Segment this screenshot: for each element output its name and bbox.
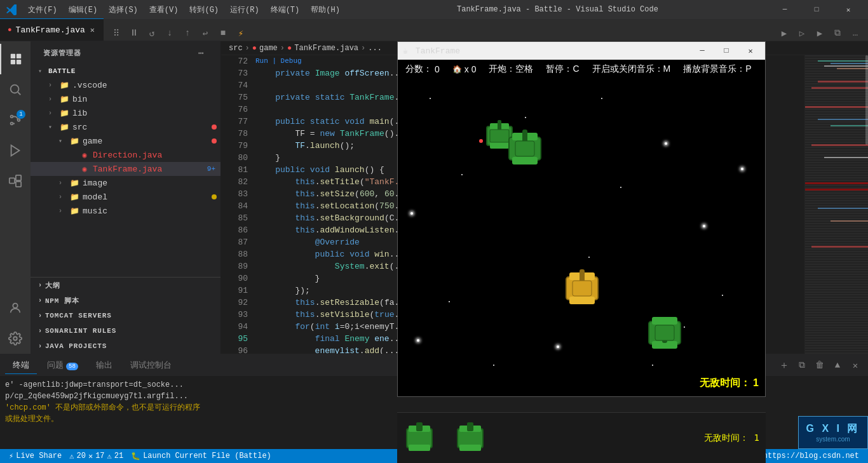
menu-edit[interactable]: 编辑(E)	[64, 3, 103, 17]
stop-button[interactable]: ■	[215, 25, 231, 41]
sidebar-section-npm[interactable]: › NPM 脚本	[31, 293, 220, 308]
sidebar-section-java[interactable]: › JAVA PROJECTS	[31, 339, 220, 354]
sidebar-item-music[interactable]: › 📁 music	[31, 204, 220, 218]
game-restore-button[interactable]: □	[717, 44, 736, 57]
split-terminal-button[interactable]: ⧉	[794, 358, 810, 373]
game-timer: 无敌时间： 1	[700, 377, 759, 390]
game-close-button[interactable]: ✕	[741, 44, 760, 57]
tab-tankframe[interactable]: ● TankFrame.java ✕	[0, 18, 104, 41]
bc-game: game	[259, 44, 278, 53]
minimize-button[interactable]: ─	[770, 0, 799, 19]
menu-terminal[interactable]: 终端(T)	[266, 3, 305, 17]
csdn-link[interactable]: https://blog.csdn.net	[759, 449, 863, 463]
shoot-hint: 开炮：空格	[489, 64, 533, 75]
project-root[interactable]: ▾ BATTLE	[31, 64, 220, 78]
shoot-label: 开炮：空格	[489, 64, 533, 75]
clear-terminal-button[interactable]: 🗑	[812, 358, 827, 373]
lives-count: x 0	[465, 64, 477, 74]
game-minimize-button[interactable]: ─	[693, 44, 712, 57]
folder-arrow-image: ›	[58, 180, 69, 187]
run-custom-button[interactable]: ▶	[812, 25, 827, 41]
search-icon[interactable]	[0, 74, 31, 105]
svg-rect-31	[652, 317, 677, 325]
timer-value: 1	[753, 377, 759, 388]
extensions-icon[interactable]	[0, 166, 31, 196]
run-debug-file-button[interactable]: ▷	[794, 25, 810, 41]
accounts-icon[interactable]	[0, 293, 31, 323]
svg-point-13	[13, 304, 17, 308]
svg-rect-24	[515, 141, 534, 156]
svg-rect-22	[512, 157, 538, 164]
bc-sep1: ›	[245, 44, 250, 53]
activity-bar: 1	[0, 41, 31, 354]
svg-point-6	[11, 116, 13, 118]
folder-name-model: model	[83, 192, 212, 202]
output-tab[interactable]: 输出	[88, 357, 120, 374]
sidebar-section-outline[interactable]: › 大纲	[31, 278, 220, 293]
step-over-button[interactable]: ↓	[162, 25, 177, 41]
bg-music-label: 播放背景音乐：P	[683, 64, 751, 75]
sidebar-title: 资源管理器	[43, 48, 81, 58]
live-share-status[interactable]: ⚡ Live Share	[5, 449, 65, 463]
menu-goto[interactable]: 转到(G)	[184, 3, 224, 17]
game-window-title: TankFrame	[416, 46, 460, 56]
explorer-icon[interactable]	[0, 44, 31, 74]
svg-rect-2	[11, 60, 15, 64]
game-titlebar: ☕ TankFrame ─ □ ✕	[398, 42, 765, 60]
svg-point-14	[13, 337, 17, 340]
file-tree: ▾ BATTLE › 📁 .vscode › 📁 bin › 📁 lib	[31, 64, 220, 277]
sidebar-item-lib[interactable]: › 📁 lib	[31, 106, 220, 120]
bc-sep3: ›	[361, 44, 365, 53]
step-out-button[interactable]: ↩	[198, 25, 213, 41]
folder-icon-music: 📁	[69, 205, 80, 217]
restart-button[interactable]: ↺	[144, 25, 159, 41]
sidebar-section-tomcat[interactable]: › TOMCAT SERVERS	[31, 308, 220, 323]
tab-filename: TankFrame.java	[16, 25, 85, 35]
run-debug-icon[interactable]	[0, 135, 31, 166]
terminal-tab[interactable]: 终端	[5, 357, 37, 374]
bc-src: src	[229, 44, 243, 53]
tab-close-button[interactable]: ✕	[89, 24, 96, 36]
terminal-close-button[interactable]: ✕	[848, 358, 863, 373]
sidebar-item-model[interactable]: › 📁 model	[31, 190, 220, 204]
sidebar-item-game[interactable]: ▾ 📁 game	[31, 134, 220, 148]
folder-icon-vscode: 📁	[58, 79, 70, 91]
settings-icon[interactable]	[0, 323, 31, 354]
warnings-status[interactable]: ⚠ 20 ✕ 17 ⚠ 21	[65, 449, 127, 463]
more-actions-button[interactable]: …	[848, 25, 863, 41]
sidebar-item-direction[interactable]: › ◉ Direction.java	[31, 148, 220, 162]
debug-console-tab[interactable]: 调试控制台	[123, 357, 179, 374]
split-view-button[interactable]: ⧉	[830, 25, 845, 41]
sidebar-section-sonarlint[interactable]: › SONARLINT RULES	[31, 323, 220, 339]
sidebar-item-tankframe[interactable]: › ◉ TankFrame.java 9+	[31, 162, 220, 176]
close-button[interactable]: ✕	[834, 0, 863, 19]
split-editor-button[interactable]: ⠿	[109, 25, 124, 41]
terminal-maximize-button[interactable]: ▲	[830, 358, 845, 373]
filename-tankframe: TankFrame.java	[93, 164, 207, 174]
maximize-button[interactable]: □	[802, 0, 831, 19]
editor-actions: ⠿ ⏸ ↺ ↓ ↑ ↩ ■ ⚡	[104, 25, 254, 41]
run-file-button[interactable]: ▶	[776, 25, 792, 41]
menu-view[interactable]: 查看(V)	[144, 3, 184, 17]
sidebar-item-bin[interactable]: › 📁 bin	[31, 92, 220, 106]
folder-icon-bin: 📁	[58, 93, 70, 105]
launch-status[interactable]: 🐛 Launch Current File (Battle)	[127, 449, 275, 463]
run-debug-link[interactable]: Run | Debug	[255, 55, 302, 67]
new-file-icon[interactable]: ⋯	[195, 46, 208, 59]
svg-rect-27	[569, 297, 595, 304]
menu-run[interactable]: 运行(R)	[225, 3, 264, 17]
tab-bar: ● TankFrame.java ✕ ⠿ ⏸ ↺ ↓ ↑ ↩ ■ ⚡ ▶ ▷ ▶…	[0, 19, 868, 41]
source-control-icon[interactable]: 1	[0, 105, 31, 135]
menu-file[interactable]: 文件(F)	[23, 3, 62, 17]
menu-select[interactable]: 选择(S)	[104, 3, 143, 17]
debug-button[interactable]: ⚡	[233, 25, 248, 41]
sidebar-item-vscode[interactable]: › 📁 .vscode	[31, 78, 220, 92]
title-bar: 文件(F) 编辑(E) 选择(S) 查看(V) 转到(G) 运行(R) 终端(T…	[0, 0, 868, 19]
pause-button[interactable]: ⏸	[126, 25, 142, 41]
sidebar-item-src[interactable]: ▾ 📁 src	[31, 120, 220, 134]
sidebar-item-image[interactable]: › 📁 image	[31, 176, 220, 190]
problems-tab[interactable]: 问题58	[39, 357, 86, 374]
menu-help[interactable]: 帮助(H)	[306, 3, 345, 17]
step-into-button[interactable]: ↑	[180, 25, 195, 41]
add-terminal-button[interactable]: ＋	[776, 358, 792, 373]
